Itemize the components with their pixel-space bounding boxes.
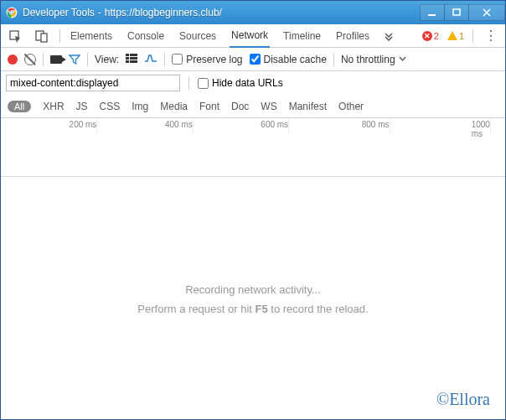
- type-img[interactable]: Img: [132, 101, 148, 112]
- svg-rect-11: [130, 57, 137, 60]
- chrome-icon: [6, 7, 18, 18]
- tab-elements[interactable]: Elements: [69, 24, 114, 47]
- svg-rect-4: [453, 9, 460, 15]
- screenshot-icon[interactable]: [50, 55, 62, 64]
- svg-rect-7: [41, 34, 47, 42]
- disable-cache-checkbox[interactable]: Disable cache: [250, 54, 327, 65]
- svg-rect-8: [126, 54, 129, 56]
- error-badge[interactable]: ✕2: [422, 31, 439, 41]
- svg-point-2: [10, 11, 13, 14]
- clear-button[interactable]: [24, 54, 36, 65]
- type-all[interactable]: All: [8, 101, 31, 112]
- title-sep: -: [98, 7, 101, 18]
- separator: [333, 53, 334, 66]
- resource-type-row: All XHRJSCSSImgMediaFontDocWSManifestOth…: [1, 95, 505, 118]
- separator: [59, 29, 60, 43]
- type-media[interactable]: Media: [160, 101, 188, 112]
- timeline-tick: 400 ms: [165, 120, 193, 129]
- warning-badge[interactable]: 1: [447, 31, 464, 41]
- separator: [164, 53, 165, 66]
- device-icon[interactable]: [33, 27, 51, 45]
- record-button[interactable]: [8, 54, 18, 65]
- type-doc[interactable]: Doc: [231, 101, 249, 112]
- timeline-tick: 1000 ms: [472, 120, 490, 138]
- window-titlebar: Developer Tools - https://blogbeginners.…: [1, 1, 505, 24]
- more-tabs-icon[interactable]: [380, 27, 398, 45]
- timeline-overview[interactable]: 200 ms400 ms600 ms800 ms1000 ms: [1, 118, 505, 177]
- tab-console[interactable]: Console: [126, 24, 166, 47]
- separator: [43, 53, 44, 66]
- kebab-menu-icon[interactable]: ⋮: [482, 27, 500, 45]
- timeline-tick: 800 ms: [362, 120, 390, 129]
- tab-timeline[interactable]: Timeline: [281, 24, 323, 47]
- type-other[interactable]: Other: [338, 101, 364, 112]
- chevron-down-icon: [399, 55, 406, 63]
- title-url: https://blogbeginners.club/: [105, 7, 222, 18]
- close-button[interactable]: [468, 4, 505, 21]
- inspect-icon[interactable]: [6, 27, 24, 45]
- empty-title: Recording network activity...: [185, 283, 321, 296]
- empty-hint: Perform a request or hit F5 to record th…: [137, 303, 368, 315]
- svg-rect-9: [130, 54, 137, 56]
- view-label: View:: [95, 54, 119, 65]
- filter-row: Hide data URLs: [1, 71, 505, 95]
- svg-rect-13: [130, 60, 137, 63]
- separator: [472, 29, 473, 43]
- maximize-button[interactable]: [444, 4, 469, 21]
- type-manifest[interactable]: Manifest: [289, 101, 327, 112]
- timeline-tick: 600 ms: [261, 120, 288, 129]
- empty-state: Recording network activity... Perform a …: [1, 177, 505, 420]
- minimize-button[interactable]: [420, 4, 445, 21]
- throttling-select[interactable]: No throttling: [341, 54, 406, 65]
- type-js[interactable]: JS: [76, 101, 88, 112]
- tab-profiles[interactable]: Profiles: [334, 24, 371, 47]
- svg-rect-10: [126, 57, 129, 60]
- filter-icon[interactable]: [69, 54, 80, 65]
- type-css[interactable]: CSS: [100, 101, 121, 112]
- svg-rect-3: [428, 14, 436, 16]
- network-toolbar: View: Preserve log Disable cache No thro…: [1, 48, 505, 71]
- filter-input[interactable]: [6, 75, 180, 91]
- watermark: ©Ellora: [436, 390, 490, 409]
- devtools-tabs-row: ElementsConsoleSourcesNetworkTimelinePro…: [1, 24, 505, 48]
- timeline-tick: 200 ms: [70, 120, 97, 129]
- type-xhr[interactable]: XHR: [43, 101, 64, 112]
- overview-icon[interactable]: [144, 53, 157, 65]
- hide-data-urls-checkbox[interactable]: Hide data URLs: [198, 77, 283, 89]
- tab-sources[interactable]: Sources: [178, 24, 218, 47]
- svg-rect-12: [126, 60, 129, 63]
- separator: [188, 76, 189, 90]
- large-rows-icon[interactable]: [126, 53, 137, 65]
- warning-icon: [447, 31, 457, 40]
- title-app: Developer Tools: [23, 7, 95, 18]
- window-title: Developer Tools - https://blogbeginners.…: [23, 7, 421, 18]
- preserve-log-checkbox[interactable]: Preserve log: [172, 54, 242, 65]
- tab-network[interactable]: Network: [230, 25, 270, 48]
- type-ws[interactable]: WS: [261, 101, 276, 112]
- separator: [87, 53, 88, 66]
- type-font[interactable]: Font: [199, 101, 219, 112]
